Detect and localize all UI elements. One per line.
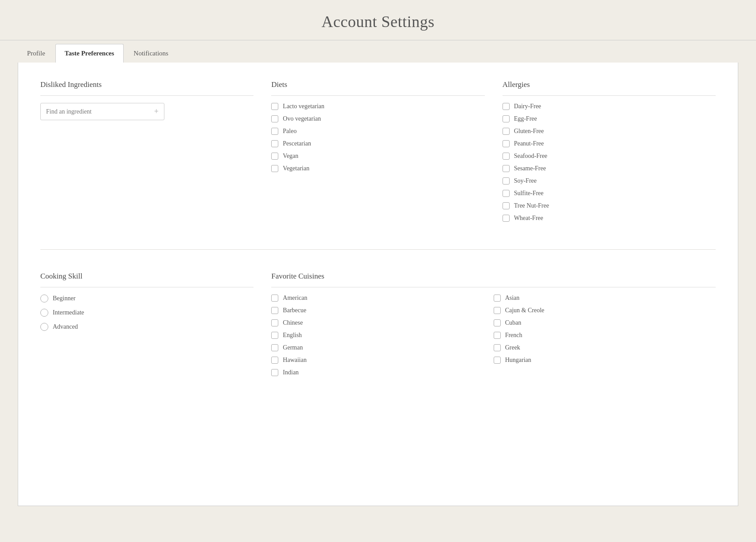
cuisine-label-greek: Greek (505, 344, 520, 351)
cuisine-item-english[interactable]: English (271, 332, 493, 339)
cuisine-label-american: American (283, 295, 307, 302)
cuisine-checkbox-american[interactable] (271, 295, 278, 302)
cuisine-item-hawaiian[interactable]: Hawaiian (271, 357, 493, 364)
cuisine-checkbox-cajun-creole[interactable] (494, 307, 501, 314)
allergy-checkbox-tree-nut-free[interactable] (503, 202, 510, 209)
cuisine-checkbox-german[interactable] (271, 344, 278, 351)
allergy-item-wheat-free[interactable]: Wheat-Free (503, 215, 716, 222)
allergy-checkbox-seafood-free[interactable] (503, 153, 510, 160)
allergy-checkbox-peanut-free[interactable] (503, 140, 510, 147)
allergy-item-peanut-free[interactable]: Peanut-Free (503, 140, 716, 147)
diet-checkbox-pescetarian[interactable] (271, 140, 278, 147)
diet-item-pescetarian[interactable]: Pescetarian (271, 140, 484, 147)
cuisine-checkbox-greek[interactable] (494, 344, 501, 351)
diet-item-vegan[interactable]: Vegan (271, 153, 484, 160)
cuisine-label-hungarian: Hungarian (505, 357, 531, 364)
cuisine-item-chinese[interactable]: Chinese (271, 319, 493, 326)
skill-radio-intermediate[interactable] (40, 309, 48, 317)
diet-item-vegetarian[interactable]: Vegetarian (271, 165, 484, 172)
cuisine-checkbox-indian[interactable] (271, 369, 278, 376)
diet-checkbox-lacto-veg[interactable] (271, 103, 278, 110)
cuisine-item-french[interactable]: French (494, 332, 716, 339)
allergy-checkbox-soy-free[interactable] (503, 177, 510, 185)
diet-checkbox-ovo-veg[interactable] (271, 115, 278, 122)
skill-item-beginner[interactable]: Beginner (40, 295, 253, 302)
tabs-bar: Profile Taste Preferences Notifications (0, 44, 756, 63)
skill-radio-advanced[interactable] (40, 323, 48, 331)
diet-checkbox-vegan[interactable] (271, 153, 278, 160)
diet-label-vegan: Vegan (283, 153, 298, 160)
cuisine-label-asian: Asian (505, 295, 520, 302)
cuisine-item-indian[interactable]: Indian (271, 369, 493, 376)
cuisine-checkbox-chinese[interactable] (271, 319, 278, 326)
diet-item-paleo[interactable]: Paleo (271, 128, 484, 135)
diets-section: Diets Lacto vegetarianOvo vegetarianPale… (271, 80, 484, 227)
ingredient-search-input[interactable] (46, 108, 154, 115)
diet-checkbox-vegetarian[interactable] (271, 165, 278, 172)
cuisine-checkbox-barbecue[interactable] (271, 307, 278, 314)
allergy-label-dairy-free: Dairy-Free (514, 103, 541, 110)
add-ingredient-icon[interactable]: + (154, 107, 159, 116)
disliked-ingredients-section: Disliked Ingredients + (40, 80, 253, 227)
allergy-checkbox-dairy-free[interactable] (503, 103, 510, 110)
allergy-item-soy-free[interactable]: Soy-Free (503, 177, 716, 185)
allergy-label-soy-free: Soy-Free (514, 177, 537, 185)
cuisine-checkbox-cuban[interactable] (494, 319, 501, 326)
cuisine-label-german: German (283, 344, 303, 351)
skill-item-advanced[interactable]: Advanced (40, 323, 253, 331)
allergy-checkbox-wheat-free[interactable] (503, 215, 510, 222)
skill-item-intermediate[interactable]: Intermediate (40, 309, 253, 317)
disliked-ingredients-title: Disliked Ingredients (40, 80, 253, 96)
cuisine-item-cajun-creole[interactable]: Cajun & Creole (494, 307, 716, 314)
cuisine-checkbox-french[interactable] (494, 332, 501, 339)
cuisine-checkbox-hawaiian[interactable] (271, 357, 278, 364)
allergy-item-dairy-free[interactable]: Dairy-Free (503, 103, 716, 110)
allergies-title: Allergies (503, 80, 716, 96)
skill-radio-beginner[interactable] (40, 295, 48, 302)
allergy-checkbox-egg-free[interactable] (503, 115, 510, 122)
allergies-section: Allergies Dairy-FreeEgg-FreeGluten-FreeP… (503, 80, 716, 227)
cuisine-item-greek[interactable]: Greek (494, 344, 716, 351)
diet-item-ovo-veg[interactable]: Ovo vegetarian (271, 115, 484, 122)
cuisine-item-asian[interactable]: Asian (494, 295, 716, 302)
diet-label-paleo: Paleo (283, 128, 296, 135)
diets-title: Diets (271, 80, 484, 96)
cuisine-label-indian: Indian (283, 369, 299, 376)
ingredient-search-container[interactable]: + (40, 103, 164, 120)
allergy-checkbox-gluten-free[interactable] (503, 128, 510, 135)
allergy-checkbox-sesame-free[interactable] (503, 165, 510, 172)
cuisine-checkbox-hungarian[interactable] (494, 357, 501, 364)
allergy-item-seafood-free[interactable]: Seafood-Free (503, 153, 716, 160)
allergy-label-sesame-free: Sesame-Free (514, 165, 546, 172)
top-section: Disliked Ingredients + Diets Lacto veget… (40, 80, 716, 250)
allergy-item-tree-nut-free[interactable]: Tree Nut-Free (503, 202, 716, 209)
tab-notifications[interactable]: Notifications (125, 44, 178, 63)
diet-label-lacto-veg: Lacto vegetarian (283, 103, 324, 110)
cuisine-item-barbecue[interactable]: Barbecue (271, 307, 493, 314)
cuisine-item-hungarian[interactable]: Hungarian (494, 357, 716, 364)
cuisines-list: AmericanAsianBarbecueCajun & CreoleChine… (271, 295, 716, 381)
cuisine-checkbox-asian[interactable] (494, 295, 501, 302)
allergy-item-sulfite-free[interactable]: Sulfite-Free (503, 190, 716, 197)
allergy-item-sesame-free[interactable]: Sesame-Free (503, 165, 716, 172)
cooking-skill-list: BeginnerIntermediateAdvanced (40, 295, 253, 331)
diets-list: Lacto vegetarianOvo vegetarianPaleoPesce… (271, 103, 484, 172)
allergy-item-gluten-free[interactable]: Gluten-Free (503, 128, 716, 135)
cuisine-checkbox-english[interactable] (271, 332, 278, 339)
cuisine-label-cuban: Cuban (505, 319, 522, 326)
allergy-label-egg-free: Egg-Free (514, 115, 537, 122)
cuisine-item-cuban[interactable]: Cuban (494, 319, 716, 326)
diet-checkbox-paleo[interactable] (271, 128, 278, 135)
cuisine-item-german[interactable]: German (271, 344, 493, 351)
page-title: Account Settings (18, 12, 738, 31)
allergy-checkbox-sulfite-free[interactable] (503, 190, 510, 197)
diet-label-vegetarian: Vegetarian (283, 165, 309, 172)
allergy-item-egg-free[interactable]: Egg-Free (503, 115, 716, 122)
tab-taste-preferences[interactable]: Taste Preferences (55, 44, 124, 63)
tab-profile[interactable]: Profile (18, 44, 55, 63)
diet-item-lacto-veg[interactable]: Lacto vegetarian (271, 103, 484, 110)
allergy-label-sulfite-free: Sulfite-Free (514, 190, 544, 197)
allergy-label-tree-nut-free: Tree Nut-Free (514, 202, 549, 209)
cuisine-item-american[interactable]: American (271, 295, 493, 302)
bottom-section: Cooking Skill BeginnerIntermediateAdvanc… (40, 267, 716, 381)
